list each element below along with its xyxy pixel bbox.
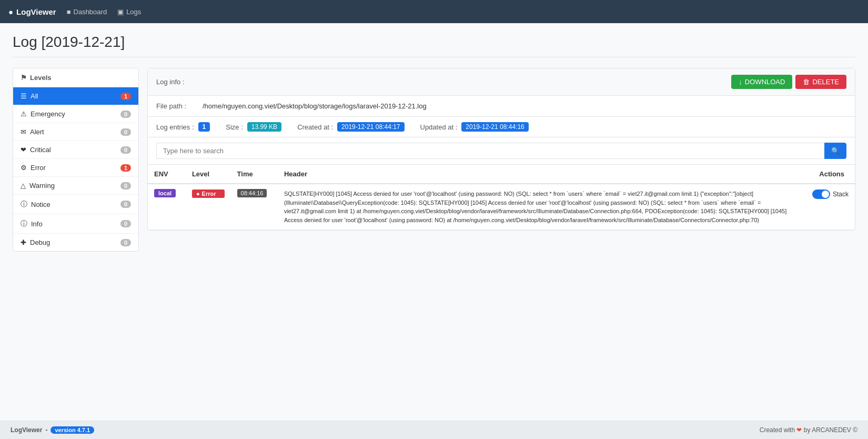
cell-env: local: [148, 184, 186, 230]
download-button[interactable]: ↓ DOWNLOAD: [731, 75, 792, 89]
nav-dashboard[interactable]: ■ Dashboard: [67, 8, 107, 16]
navbar: ● LogViewer ■ Dashboard ▣ Logs: [0, 0, 868, 23]
updated-stat: Updated at : 2019-12-21 08:44:16: [420, 122, 529, 132]
search-icon: 🔍: [831, 147, 840, 155]
sidebar-badge-debug: 0: [120, 239, 131, 246]
nav-logs[interactable]: ▣ Logs: [117, 8, 141, 16]
main-layout: ⚑ Levels ☰ All 1 ⚠ Emergency 0: [13, 68, 855, 252]
content-panel: Log info : ↓ DOWNLOAD 🗑 DELETE File path…: [147, 68, 855, 231]
warning-icon: △: [21, 182, 26, 189]
download-icon: ↓: [739, 78, 742, 86]
page-wrapper: Log [2019-12-21] ⚑ Levels ☰ All 1 ⚠ Emer…: [0, 23, 868, 262]
info-icon: ⓘ: [21, 219, 27, 228]
search-row: 🔍: [148, 137, 855, 165]
sidebar-item-debug[interactable]: ✚ Debug 0: [13, 234, 138, 251]
app-brand[interactable]: ● LogViewer: [8, 7, 56, 16]
cell-header: SQLSTATE[HY000] [1045] Access denied for…: [278, 184, 801, 230]
file-path-value: /home/nguyen.cong.viet/Desktop/blog/stor…: [203, 102, 427, 110]
app-icon: ●: [8, 7, 13, 16]
critical-icon: ❤: [21, 146, 26, 154]
sidebar-item-all[interactable]: ☰ All 1: [13, 87, 138, 105]
col-header: Header: [278, 165, 801, 184]
table-header-row: ENV Level Time Header Actions: [148, 165, 855, 184]
table-row: local ● Error 08:44:16 SQLSTATE[HY000] […: [148, 184, 855, 230]
entries-label: Log entries :: [156, 123, 194, 131]
env-tag: local: [154, 189, 176, 197]
entries-stat: Log entries : 1: [156, 122, 210, 132]
sidebar-badge-info: 0: [120, 220, 131, 227]
delete-button[interactable]: 🗑 DELETE: [795, 75, 846, 89]
col-time: Time: [231, 165, 278, 184]
size-stat: Size : 13.99 KB: [226, 122, 281, 132]
sidebar-item-warning[interactable]: △ Warning 0: [13, 177, 138, 195]
level-tag: ● Error: [192, 189, 225, 198]
logs-icon: ▣: [117, 8, 124, 16]
created-value: 2019-12-21 08:44:17: [337, 122, 404, 132]
list-icon: ☰: [21, 92, 27, 100]
size-label: Size :: [226, 123, 243, 131]
stack-toggle[interactable]: Stack: [812, 189, 849, 199]
sidebar-header: ⚑ Levels: [13, 68, 138, 87]
sidebar-item-info[interactable]: ⓘ Info 0: [13, 214, 138, 234]
sidebar-item-error[interactable]: ⚙ Error 1: [13, 159, 138, 177]
log-stats-row: Log entries : 1 Size : 13.99 KB Created …: [148, 117, 855, 137]
created-stat: Created at : 2019-12-21 08:44:17: [297, 122, 404, 132]
time-tag: 08:44:16: [237, 189, 267, 197]
col-actions: Actions: [801, 165, 855, 184]
sidebar-item-critical[interactable]: ❤ Critical 0: [13, 141, 138, 159]
size-value: 13.99 KB: [247, 122, 281, 132]
error-dot-icon: ●: [196, 191, 200, 197]
file-path-label: File path :: [156, 102, 198, 110]
sidebar-badge-warning: 0: [120, 182, 131, 189]
updated-value: 2019-12-21 08:44:16: [461, 122, 528, 132]
cell-actions: Stack: [801, 184, 855, 230]
sidebar-badge-alert: 0: [120, 128, 131, 136]
action-buttons: ↓ DOWNLOAD 🗑 DELETE: [731, 75, 846, 89]
sidebar-badge-emergency: 0: [120, 111, 131, 118]
sidebar-badge-notice: 0: [120, 201, 131, 208]
search-input[interactable]: [156, 143, 824, 159]
alert-icon: ✉: [21, 128, 26, 136]
log-info-label: Log info :: [156, 78, 185, 86]
error-icon: ⚙: [21, 164, 27, 172]
sidebar-item-notice[interactable]: ⓘ Notice 0: [13, 195, 138, 214]
updated-label: Updated at :: [420, 123, 458, 131]
flag-icon: ⚑: [21, 74, 27, 82]
trash-icon: 🗑: [803, 78, 810, 86]
emergency-icon: ⚠: [21, 110, 27, 118]
file-path-row: File path : /home/nguyen.cong.viet/Deskt…: [148, 96, 855, 117]
app-name: LogViewer: [16, 7, 56, 16]
sidebar-badge-all: 1: [120, 93, 131, 100]
col-level: Level: [186, 165, 231, 184]
cell-time: 08:44:16: [231, 184, 278, 230]
notice-icon: ⓘ: [21, 199, 27, 209]
sidebar-badge-critical: 0: [120, 146, 131, 154]
toggle-switch[interactable]: [812, 189, 830, 199]
sidebar-item-alert[interactable]: ✉ Alert 0: [13, 123, 138, 141]
sidebar-badge-error: 1: [120, 164, 131, 172]
page-title: Log [2019-12-21]: [13, 34, 855, 51]
debug-icon: ✚: [21, 238, 26, 246]
entries-count: 1: [198, 122, 210, 132]
sidebar: ⚑ Levels ☰ All 1 ⚠ Emergency 0: [13, 68, 139, 252]
col-env: ENV: [148, 165, 186, 184]
title-divider: [13, 57, 855, 57]
log-table: ENV Level Time Header Actions local: [148, 165, 855, 230]
log-info-header: Log info : ↓ DOWNLOAD 🗑 DELETE: [148, 68, 855, 96]
search-button[interactable]: 🔍: [824, 143, 846, 159]
cell-level: ● Error: [186, 184, 231, 230]
dashboard-icon: ■: [67, 8, 71, 16]
created-label: Created at :: [297, 123, 333, 131]
sidebar-item-emergency[interactable]: ⚠ Emergency 0: [13, 105, 138, 123]
